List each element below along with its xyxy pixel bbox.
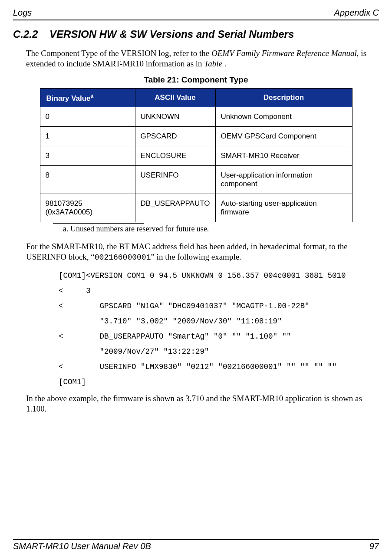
intro-paragraph: The Component Type of the VERSION log, r… [26, 48, 379, 69]
cell-ascii: UNKNOWN [135, 107, 215, 127]
cell-desc: OEMV GPSCard Component [215, 127, 352, 146]
header-left: Logs [13, 8, 32, 18]
code-line: "2009/Nov/27" "13:22:29" [59, 347, 209, 356]
cell-binary: 981073925 (0x3A7A0005) [40, 194, 135, 222]
footnote-rule [53, 223, 144, 224]
code-line: "3.710" "3.002" "2009/Nov/30" "11:08:19" [59, 317, 282, 326]
para2-code: 002166000001 [95, 253, 151, 262]
section-title: VERSION HW & SW Versions and Serial Numb… [49, 28, 294, 40]
th-binary-text: Binary Value [46, 94, 91, 102]
intro-em2: Table [204, 59, 224, 68]
table-row: 3 ENCLOSURE SMART-MR10 Receiver [40, 146, 352, 166]
code-line: < DB_USERAPPAUTO "SmartAg" "0" "" "1.100… [59, 332, 291, 341]
intro-pre: The Component Type of the VERSION log, r… [26, 49, 211, 58]
cell-binary: 8 [40, 166, 135, 194]
table-row: 981073925 (0x3A7A0005) DB_USERAPPAUTO Au… [40, 194, 352, 222]
table-header-row: Binary Valuea ASCII Value Description [40, 88, 352, 107]
page-footer: SMART-MR10 User Manual Rev 0B 97 [13, 539, 379, 551]
para2: For the SMART-MR10, the BT MAC address f… [26, 241, 379, 262]
cell-ascii: DB_USERAPPAUTO [135, 194, 215, 222]
th-binary-sup: a [91, 93, 94, 99]
section-number: C.2.2 [13, 28, 38, 40]
para3: In the above example, the firmware is sh… [26, 393, 379, 414]
th-description: Description [215, 88, 352, 107]
cell-desc: Unknown Component [215, 107, 352, 127]
cell-ascii: ENCLOSURE [135, 146, 215, 166]
cell-desc: Auto-starting user-application firmware [215, 194, 352, 222]
intro-em1: OEMV Family Firmware Reference Manual [211, 49, 357, 58]
code-block: [COM1]<VERSION COM1 0 94.5 UNKNOWN 0 156… [59, 268, 379, 390]
code-line: < USERINFO "LMX9830" "0212" "00216600000… [59, 362, 337, 371]
code-line: [COM1]<VERSION COM1 0 94.5 UNKNOWN 0 156… [59, 271, 346, 280]
cell-binary: 0 [40, 107, 135, 127]
footer-right: 97 [369, 541, 379, 551]
code-line: < 3 [59, 287, 91, 295]
th-ascii-value: ASCII Value [135, 88, 215, 107]
table-caption: Table 21: Component Type [13, 75, 379, 85]
cell-desc: SMART-MR10 Receiver [215, 146, 352, 166]
th-binary-value: Binary Valuea [40, 88, 135, 107]
section-heading: C.2.2 VERSION HW & SW Versions and Seria… [13, 28, 379, 40]
cell-ascii: USERINFO [135, 166, 215, 194]
para2-post: ” in the following example. [151, 252, 241, 261]
page-header: Logs Appendix C [13, 8, 379, 20]
cell-desc: User-application information component [215, 166, 352, 194]
cell-binary: 1 [40, 127, 135, 146]
cell-ascii: GPSCARD [135, 127, 215, 146]
table-footnote: a. Unused numbers are reserved for futur… [63, 224, 379, 234]
component-type-table: Binary Valuea ASCII Value Description 0 … [40, 88, 352, 223]
table-row: 1 GPSCARD OEMV GPSCard Component [40, 127, 352, 146]
cell-binary: 3 [40, 146, 135, 166]
footer-left: SMART-MR10 User Manual Rev 0B [13, 541, 151, 551]
table-row: 0 UNKNOWN Unknown Component [40, 107, 352, 127]
header-right: Appendix C [334, 8, 379, 18]
code-line: < GPSCARD "N1GA" "DHC09401037" "MCAGTP-1… [59, 302, 310, 310]
table-row: 8 USERINFO User-application information … [40, 166, 352, 194]
code-line: [COM1] [59, 378, 86, 386]
intro-post: . [224, 59, 227, 68]
